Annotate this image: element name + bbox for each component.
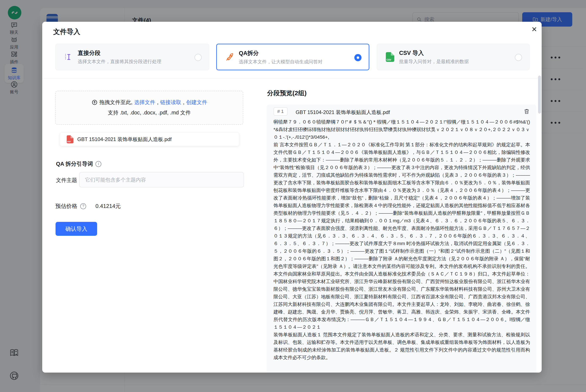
text-cursor-icon [64, 52, 74, 62]
option-direct-segment[interactable]: 直接分段 选择文本文件，直接将其按分段进行处理 [55, 44, 209, 70]
qa-prompt-section: QA 拆分引导词 i [56, 160, 101, 168]
option-csv-import[interactable]: CSV CSV 导入 批量导入问答对，是最精准的数据 [377, 44, 530, 70]
rocket-icon [225, 52, 235, 62]
option-desc: 选择文本文件，直接将其按分段进行处理 [78, 58, 161, 65]
upload-dropzone[interactable]: 拖拽文件至此, 选择文件, 链接读取, 创建文件 支持 .txt, .doc, … [55, 91, 243, 125]
option-radio[interactable] [515, 54, 522, 61]
chunk-paragraph: 前 言本文件按照ＧＢ／Ｔ１．１—２０２０《标准化工作导则 第１部分：标准化文件的… [273, 141, 530, 331]
uploaded-file-item: PDF GBT 15104-2021 装饰单板贴面人造板.pdf [60, 132, 239, 146]
chunk-paragraph: 装饰单板贴面人造板１ 范围本文件规定了装饰单板贴面人造板的术语和定义、分类、要求… [273, 331, 530, 362]
price-value: 0.41214元 [96, 202, 121, 210]
upload-icon [92, 99, 98, 106]
chunk-paragraph: 犐犆犛７９．０６０犆犆犛犅７０!"＃＄％＆''()＊犌犅／犜１５１０４—２０２１… [273, 118, 530, 141]
link-separator: , [183, 99, 184, 105]
trash-icon [523, 108, 530, 115]
close-icon[interactable]: ✕ [530, 25, 539, 34]
chunk-text: 犐犆犛７９．０６０犆犆犛犅７０!"＃＄％＆''()＊犌犅／犜１５１０４—２０２１… [273, 118, 530, 362]
price-section: 预估价格 ? 0.41214元 [55, 202, 121, 210]
option-desc: 批量导入问答对，是最精准的数据 [399, 58, 469, 65]
preview-title: 分段预览(2组) [267, 89, 307, 98]
option-title: CSV 导入 [399, 49, 424, 57]
dropzone-text: 拖拽文件至此, [100, 99, 133, 106]
option-radio-selected[interactable] [354, 54, 361, 61]
option-radio[interactable] [195, 54, 202, 61]
info-icon[interactable]: i [96, 161, 101, 167]
delete-chunk-button[interactable] [523, 108, 530, 116]
select-file-link[interactable]: 选择文件 [134, 99, 155, 106]
pdf-file-icon: PDF [67, 135, 74, 143]
option-title: QA拆分 [239, 50, 259, 57]
uploaded-file-name: GBT 15104-2021 装饰单板贴面人造板.pdf [77, 136, 172, 143]
create-file-link[interactable]: 创建文件 [186, 99, 207, 106]
chunk-file-name: GBT 15104-2021 装饰单板贴面人造板.pdf [296, 109, 390, 116]
price-label: 预估价格 [55, 202, 77, 210]
chunk-index-chip: # 1 [273, 107, 288, 116]
file-import-modal: 文件导入 ✕ 直接分段 选择文本文件，直接将其按分段进行处理 QA拆分 选择文本… [42, 22, 542, 372]
modal-scrollbar-thumb[interactable] [538, 76, 541, 114]
option-title: 直接分段 [78, 49, 101, 57]
help-icon[interactable]: ? [80, 203, 86, 209]
confirm-import-button[interactable]: 确认导入 [56, 222, 97, 236]
topic-label: 文件主题 [56, 177, 77, 184]
app-root: 聊天 应用 插件 知识库 账号 文件(4) [0, 0, 586, 392]
qa-prompt-label: QA 拆分引导词 [56, 160, 93, 168]
link-read-link[interactable]: 链接读取 [160, 99, 181, 106]
supported-formats-text: 支持 .txt, .doc, .docx, .pdf, .md 文件 [56, 109, 243, 116]
csv-file-icon: CSV [385, 52, 395, 62]
modal-title: 文件导入 [53, 27, 80, 36]
option-qa-split[interactable]: QA拆分 选择文本文件，让大模型自动生成问答对 [216, 44, 369, 70]
link-separator: , [157, 99, 159, 105]
preview-chunk-card: # 1 GBT 15104-2021 装饰单板贴面人造板.pdf 犐犆犛７９．０… [267, 104, 536, 372]
option-desc: 选择文本文件，让大模型自动生成问答对 [239, 59, 322, 65]
modal-divider [42, 78, 542, 78]
topic-input[interactable] [79, 172, 244, 188]
